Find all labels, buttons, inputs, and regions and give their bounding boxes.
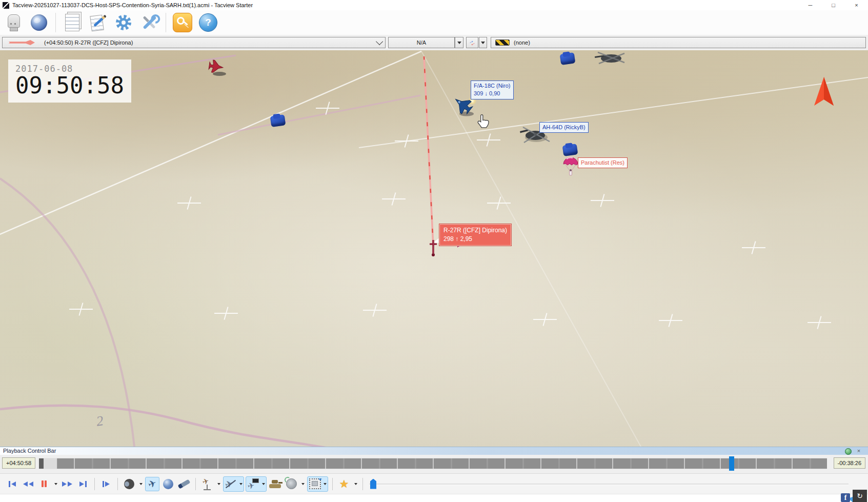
map-grid-cross: [382, 192, 406, 206]
zoom-slider[interactable]: [369, 477, 849, 491]
ah64-label[interactable]: AH-64D (RickyB): [539, 122, 589, 133]
relative-mode-dropdown-button[interactable]: [479, 37, 487, 48]
zoom-slider-handle[interactable]: [370, 479, 376, 489]
r27-label-name: R-27R ([CFZ] Dipirona): [443, 226, 507, 235]
secondary-object-combo[interactable]: N/A: [388, 37, 455, 48]
close-button[interactable]: ×: [845, 0, 868, 10]
ah64-label-name: AH-64D (RickyB): [542, 124, 586, 131]
step-forward-button[interactable]: [99, 477, 113, 491]
playback-panel-header[interactable]: Playback Control Bar ×: [0, 447, 868, 455]
toolbar-separator: [195, 478, 196, 490]
window-title: Tacview-20251027-113037-DCS-Host-SPS-Con…: [12, 2, 253, 8]
toolbar-separator: [332, 478, 333, 490]
key-icon: [173, 13, 192, 32]
secondary-object-dropdown-button[interactable]: [455, 37, 463, 48]
map-grid-cross: [742, 241, 765, 254]
trajectories-button[interactable]: ✈: [224, 477, 238, 491]
ground-objects-button[interactable]: [268, 477, 282, 491]
aircraft-view-button[interactable]: ✈: [145, 477, 159, 491]
map-grid-cross: [808, 316, 831, 329]
update-check-icon[interactable]: ↻: [853, 490, 867, 502]
facebook-icon[interactable]: f: [841, 493, 850, 502]
map-viewport[interactable]: 2017-06-08 09:50:58 2: [0, 50, 868, 447]
hand-cursor: [477, 114, 490, 129]
secondary-object-value: N/A: [417, 39, 426, 46]
blue-vehicle[interactable]: [270, 114, 286, 127]
camera-view-caret[interactable]: [138, 477, 144, 491]
camera-view-button[interactable]: [122, 477, 136, 491]
question-icon: ?: [199, 13, 217, 32]
timeline-track[interactable]: [39, 458, 827, 469]
map-grid-cross: [659, 314, 682, 327]
title-bar: Tacview-20251027-113037-DCS-Host-SPS-Con…: [0, 0, 868, 11]
fast-forward-button[interactable]: [60, 477, 74, 491]
usb-drive-icon: [8, 14, 19, 31]
map-grid-cross: [214, 307, 238, 320]
red-aircraft[interactable]: [204, 58, 231, 79]
panel-close-icon[interactable]: ×: [855, 447, 863, 455]
help-button[interactable]: ?: [198, 12, 218, 33]
r27-missile-object[interactable]: [428, 239, 439, 257]
sensors-button[interactable]: [284, 477, 298, 491]
labels-button[interactable]: ✈: [246, 477, 260, 491]
license-button[interactable]: [172, 12, 193, 33]
playback-toolbar: ✈ ✈ ✈ ✈: [0, 473, 868, 494]
sensors-caret[interactable]: [300, 477, 306, 491]
screenshot-icon: [309, 478, 321, 489]
tank-icon: [269, 480, 281, 488]
object-viewer-button[interactable]: ✈: [200, 477, 214, 491]
maximize-button[interactable]: □: [822, 0, 845, 10]
timeline-gap: [44, 458, 57, 469]
go-to-end-button[interactable]: [76, 477, 90, 491]
fa18-label[interactable]: F/A-18C (Niro) 309 ↓ 0,90: [471, 81, 514, 99]
map-grid-cross: [69, 303, 93, 316]
parachutist-label-name: Parachutist (Res): [581, 159, 624, 167]
panel-pin-icon[interactable]: [845, 448, 852, 455]
toolbar-separator: [94, 478, 95, 490]
telemetry-overlay-combo[interactable]: (none): [491, 37, 866, 48]
timeline-start-block: [39, 458, 44, 469]
crossed-plane-icon: ✈: [225, 478, 236, 490]
screenshot-button[interactable]: [308, 477, 322, 491]
screenshot-caret[interactable]: [322, 477, 328, 491]
trajectories-caret[interactable]: [238, 477, 244, 491]
flight-log-button[interactable]: [62, 12, 83, 33]
playback-panel-title: Playback Control Bar: [3, 448, 56, 454]
bookmarks-button[interactable]: ★: [337, 477, 351, 491]
advanced-tools-button[interactable]: [139, 12, 159, 33]
tacview-window: Tacview-20251027-113037-DCS-Host-SPS-Con…: [0, 0, 868, 502]
blue-vehicle[interactable]: [562, 144, 578, 156]
dark-helicopter[interactable]: [591, 50, 629, 66]
object-viewer-caret[interactable]: [216, 477, 221, 491]
object-selection-bar: (+04:50:50) R-27R ([CFZ] Dipirona) N/A →…: [0, 35, 868, 51]
primary-object-combo[interactable]: (+04:50:50) R-27R ([CFZ] Dipirona): [2, 37, 386, 48]
plane-with-label-icon: ✈: [247, 478, 259, 490]
pause-button[interactable]: [37, 477, 51, 491]
timeline-position-marker[interactable]: [729, 456, 734, 471]
relative-mode-button[interactable]: → →: [466, 37, 478, 48]
screenshot-group: [307, 476, 328, 492]
rewind-button[interactable]: [21, 477, 35, 491]
r27-label[interactable]: R-27R ([CFZ] Dipirona) 298 ↑ 2,95: [439, 224, 511, 246]
online-button[interactable]: [29, 12, 49, 33]
playback-speed-caret[interactable]: [53, 477, 58, 491]
pilot-head-icon: [124, 479, 134, 489]
bookmarks-caret[interactable]: [353, 477, 358, 491]
minimize-button[interactable]: ─: [799, 0, 822, 10]
globe-view-button[interactable]: [161, 477, 175, 491]
blue-vehicle[interactable]: [560, 52, 576, 65]
mission-editor-button[interactable]: [88, 12, 108, 33]
settings-button[interactable]: [113, 12, 134, 33]
open-file-button[interactable]: [3, 12, 24, 33]
parachutist-label[interactable]: Parachutist (Res): [578, 157, 628, 168]
go-to-start-button[interactable]: [5, 477, 19, 491]
labels-caret[interactable]: [260, 477, 266, 491]
globe-icon: [163, 479, 173, 489]
flashlight-button[interactable]: [177, 477, 191, 491]
missile-icon: [7, 40, 35, 45]
chevron-down-icon: [376, 38, 383, 45]
trajectories-group: ✈: [223, 476, 244, 492]
globe-icon: [31, 14, 47, 31]
notepad-pencil-icon: [90, 14, 106, 31]
map-grid-cross: [487, 196, 511, 210]
